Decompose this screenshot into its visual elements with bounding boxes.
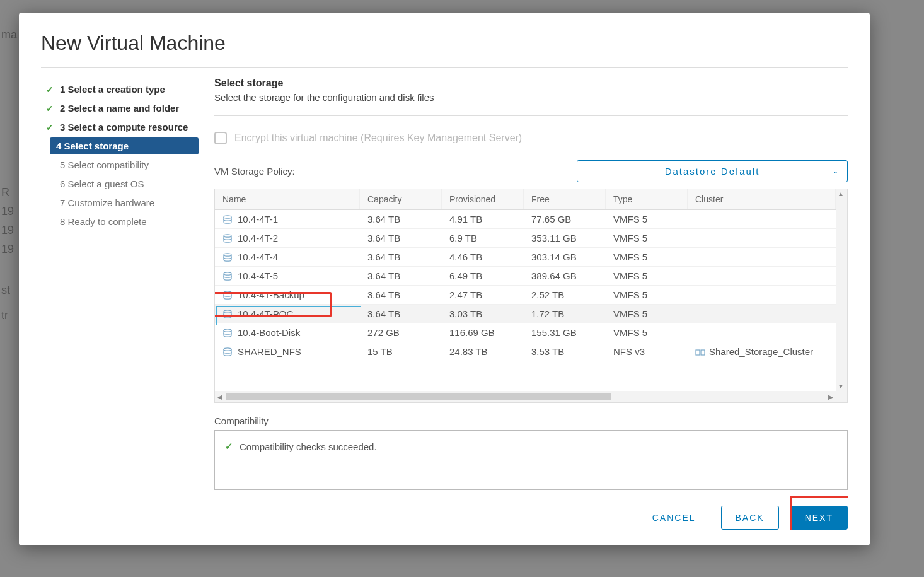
cell-free: 3.53 TB [524, 342, 606, 361]
encrypt-checkbox[interactable] [214, 132, 227, 144]
cluster-icon [695, 348, 705, 357]
compatibility-box: ✓ Compatibility checks succeeded. [214, 430, 848, 490]
vm-storage-policy-select[interactable]: Datastore Default ⌄ [577, 160, 848, 182]
cell-type: VMFS 5 [606, 210, 688, 228]
wizard-footer: CANCEL BACK NEXT [214, 490, 848, 530]
cell-provisioned: 4.91 TB [442, 210, 524, 228]
wizard-step[interactable]: 6 Select a guest OS [41, 175, 199, 192]
vertical-scrollbar[interactable]: ▲ ▼ [836, 189, 847, 391]
table-row[interactable]: 10.4-4T-Backup3.64 TB2.47 TB2.52 TBVMFS … [215, 286, 847, 305]
wizard-step[interactable]: ✓2 Select a name and folder [41, 100, 199, 117]
cell-cluster [688, 210, 836, 228]
cell-capacity: 3.64 TB [360, 229, 442, 247]
datastore-grid: Name Capacity Provisioned Free Type Clus… [214, 189, 848, 403]
col-cluster[interactable]: Cluster [688, 189, 836, 209]
svg-point-5 [224, 310, 231, 312]
divider [214, 115, 848, 116]
cell-capacity: 3.64 TB [360, 210, 442, 228]
cell-capacity: 3.64 TB [360, 305, 442, 323]
encrypt-row: Encrypt this virtual machine (Requires K… [214, 132, 848, 144]
table-row[interactable]: 10.4-4T-23.64 TB6.9 TB353.11 GBVMFS 5 [215, 229, 847, 248]
wizard-step[interactable]: 8 Ready to complete [41, 213, 199, 230]
datastore-icon [222, 215, 233, 224]
content-heading: Select storage [214, 78, 848, 89]
cell-capacity: 272 GB [360, 323, 442, 342]
wizard-step[interactable]: ✓3 Select a compute resource [41, 119, 199, 136]
encrypt-label: Encrypt this virtual machine (Requires K… [234, 132, 522, 144]
wizard-steps: ✓1 Select a creation type✓2 Select a nam… [41, 78, 199, 530]
cell-type: NFS v3 [606, 342, 688, 361]
scroll-thumb[interactable] [226, 393, 611, 400]
cell-type: VMFS 5 [606, 286, 688, 304]
col-free[interactable]: Free [524, 189, 606, 209]
back-button[interactable]: BACK [721, 506, 779, 530]
cell-free: 1.72 TB [524, 305, 606, 323]
cell-free: 389.64 GB [524, 267, 606, 285]
wizard-step[interactable]: 5 Select compatibility [41, 156, 199, 173]
scroll-up-icon: ▲ [838, 190, 844, 197]
svg-rect-8 [696, 350, 700, 355]
table-row[interactable]: 10.4-4T-POC3.64 TB3.03 TB1.72 TBVMFS 5 [215, 305, 847, 323]
svg-point-3 [224, 272, 231, 274]
col-name[interactable]: Name [215, 189, 360, 209]
scroll-corner [836, 391, 847, 402]
table-row[interactable]: 10.4-4T-13.64 TB4.91 TB77.65 GBVMFS 5 [215, 210, 847, 229]
cell-provisioned: 6.9 TB [442, 229, 524, 247]
cell-name: 10.4-4T-2 [238, 233, 278, 243]
svg-point-1 [224, 234, 231, 236]
datastore-icon [222, 329, 233, 337]
grid-body: 10.4-4T-13.64 TB4.91 TB77.65 GBVMFS 510.… [215, 210, 847, 402]
svg-point-4 [224, 291, 231, 293]
cell-provisioned: 3.03 TB [442, 305, 524, 323]
cell-name: 10.4-4T-4 [238, 252, 278, 262]
step-label: 7 Customize hardware [60, 197, 154, 208]
check-icon: ✓ [46, 103, 55, 114]
table-row[interactable]: 10.4-4T-53.64 TB6.49 TB389.64 GBVMFS 5 [215, 267, 847, 286]
svg-point-7 [224, 347, 231, 350]
bg-text: tr [1, 309, 8, 322]
check-icon: ✓ [46, 85, 55, 95]
cell-capacity: 3.64 TB [360, 267, 442, 285]
cell-free: 353.11 GB [524, 229, 606, 247]
cell-name: 10.4-4T-5 [238, 271, 278, 281]
cell-cluster [688, 305, 836, 323]
cell-name: 10.4-4T-POC [238, 308, 293, 319]
wizard-step[interactable]: 4 Select storage [50, 137, 199, 154]
cell-type: VMFS 5 [606, 323, 688, 342]
step-label: 2 Select a name and folder [60, 103, 179, 114]
cell-provisioned: 2.47 TB [442, 286, 524, 304]
compatibility-label: Compatibility [214, 416, 848, 426]
cancel-button[interactable]: CANCEL [638, 506, 710, 529]
svg-point-0 [224, 215, 231, 218]
bg-text: ma [1, 28, 17, 42]
cell-name: 10.4-4T-1 [238, 214, 278, 224]
vm-storage-policy-label: VM Storage Policy: [214, 166, 295, 177]
cell-free: 77.65 GB [524, 210, 606, 228]
datastore-icon [222, 234, 233, 243]
table-row[interactable]: SHARED_NFS15 TB24.83 TB3.53 TBNFS v3Shar… [215, 342, 847, 361]
cell-cluster [688, 286, 836, 304]
wizard-step[interactable]: ✓1 Select a creation type [41, 81, 199, 98]
svg-rect-9 [701, 350, 705, 355]
wizard-content: Select storage Select the storage for th… [214, 78, 848, 530]
scroll-right-icon: ▶ [826, 393, 836, 400]
bg-text: st [1, 284, 10, 297]
bg-text: R [1, 186, 9, 199]
cell-free: 155.31 GB [524, 323, 606, 342]
horizontal-scrollbar[interactable]: ◀ ▶ [215, 391, 836, 402]
cell-provisioned: 4.46 TB [442, 248, 524, 266]
next-button[interactable]: NEXT [790, 506, 848, 530]
step-label: 4 Select storage [56, 141, 129, 151]
col-capacity[interactable]: Capacity [360, 189, 442, 209]
col-provisioned[interactable]: Provisioned [442, 189, 524, 209]
wizard-step[interactable]: 7 Customize hardware [41, 194, 199, 211]
table-row[interactable]: 10.4-4T-43.64 TB4.46 TB303.14 GBVMFS 5 [215, 248, 847, 267]
chevron-down-icon: ⌄ [833, 167, 840, 175]
col-type[interactable]: Type [606, 189, 688, 209]
table-row[interactable]: 10.4-Boot-Disk272 GB116.69 GB155.31 GBVM… [215, 323, 847, 342]
compatibility-message: Compatibility checks succeeded. [240, 441, 377, 452]
cell-cluster [688, 323, 836, 342]
cell-type: VMFS 5 [606, 248, 688, 266]
cell-cluster [688, 248, 836, 266]
grid-header: Name Capacity Provisioned Free Type Clus… [215, 189, 847, 210]
